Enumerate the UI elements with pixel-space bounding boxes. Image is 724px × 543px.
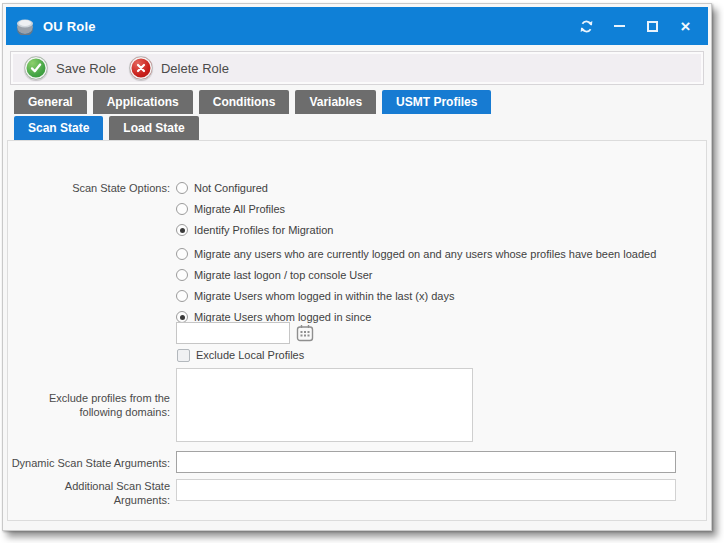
- delete-x-icon: [129, 56, 153, 80]
- maximize-icon: [647, 21, 658, 32]
- scan-state-options-label: Scan State Options:: [6, 181, 170, 195]
- radio-row-last-x-days: Migrate Users whom logged in within the …: [176, 289, 454, 303]
- tab-load-state[interactable]: Load State: [109, 116, 198, 140]
- dynamic-scan-state-arguments-input[interactable]: [176, 451, 676, 473]
- save-role-button[interactable]: Save Role: [24, 56, 116, 80]
- window-controls: ×: [570, 7, 702, 45]
- radio-last-logon-user[interactable]: [176, 269, 188, 281]
- radio-not-configured[interactable]: [176, 182, 188, 194]
- radio-row-identify-profiles: Identify Profiles for Migration: [176, 223, 333, 237]
- maximize-button[interactable]: [636, 12, 669, 40]
- refresh-button[interactable]: [570, 12, 603, 40]
- exclude-local-profiles-row: Exclude Local Profiles: [177, 348, 304, 362]
- exclude-local-profiles-checkbox[interactable]: [177, 349, 190, 362]
- radio-label: Identify Profiles for Migration: [194, 224, 333, 236]
- radio-migrate-all-profiles[interactable]: [176, 203, 188, 215]
- tab-general[interactable]: General: [14, 90, 87, 114]
- radio-identify-profiles[interactable]: [176, 224, 188, 236]
- toolbar: Save Role Delete Role: [10, 51, 704, 85]
- additional-scan-state-arguments-input[interactable]: [176, 479, 676, 501]
- delete-role-button[interactable]: Delete Role: [129, 56, 229, 80]
- radio-row-migrate-logged-on: Migrate any users who are currently logg…: [176, 247, 656, 261]
- exclude-local-profiles-label: Exclude Local Profiles: [196, 349, 304, 361]
- radio-logged-in-last-x-days[interactable]: [176, 290, 188, 302]
- additional-args-label: Additional Scan State Arguments:: [6, 479, 170, 507]
- save-role-label: Save Role: [56, 61, 116, 76]
- dynamic-args-label: Dynamic Scan State Arguments:: [6, 456, 170, 470]
- radio-label: Migrate All Profiles: [194, 203, 285, 215]
- calendar-icon[interactable]: [296, 324, 314, 342]
- exclude-domains-label: Exclude profiles from the following doma…: [6, 391, 170, 419]
- radio-row-last-logon: Migrate last logon / top console User: [176, 268, 373, 282]
- app-icon: [15, 17, 35, 35]
- sub-tabs: Scan State Load State: [14, 116, 205, 140]
- desktop-background: OU Role: [0, 0, 724, 543]
- logged-in-since-date-input[interactable]: [176, 322, 290, 344]
- minimize-icon: [614, 25, 625, 27]
- radio-row-not-configured: Not Configured: [176, 181, 268, 195]
- titlebar[interactable]: OU Role: [6, 7, 708, 45]
- save-check-icon: [24, 56, 48, 80]
- radio-row-migrate-all: Migrate All Profiles: [176, 202, 285, 216]
- tab-scan-state[interactable]: Scan State: [14, 116, 103, 140]
- exclude-domains-textarea[interactable]: [176, 368, 473, 442]
- refresh-icon: [579, 19, 594, 34]
- close-icon: ×: [681, 18, 691, 35]
- delete-role-label: Delete Role: [161, 61, 229, 76]
- window-title: OU Role: [43, 19, 96, 34]
- tab-conditions[interactable]: Conditions: [199, 90, 290, 114]
- tab-applications[interactable]: Applications: [93, 90, 193, 114]
- radio-label: Migrate any users who are currently logg…: [194, 248, 656, 260]
- radio-label: Migrate last logon / top console User: [194, 269, 373, 281]
- radio-migrate-logged-on-users[interactable]: [176, 248, 188, 260]
- main-tabs: General Applications Conditions Variable…: [14, 90, 497, 114]
- ou-role-window: OU Role: [2, 3, 712, 531]
- close-button[interactable]: ×: [669, 12, 702, 40]
- tab-variables[interactable]: Variables: [295, 90, 376, 114]
- minimize-button[interactable]: [603, 12, 636, 40]
- radio-label: Migrate Users whom logged in within the …: [194, 290, 454, 302]
- radio-label: Not Configured: [194, 182, 268, 194]
- tab-usmt-profiles[interactable]: USMT Profiles: [382, 90, 491, 114]
